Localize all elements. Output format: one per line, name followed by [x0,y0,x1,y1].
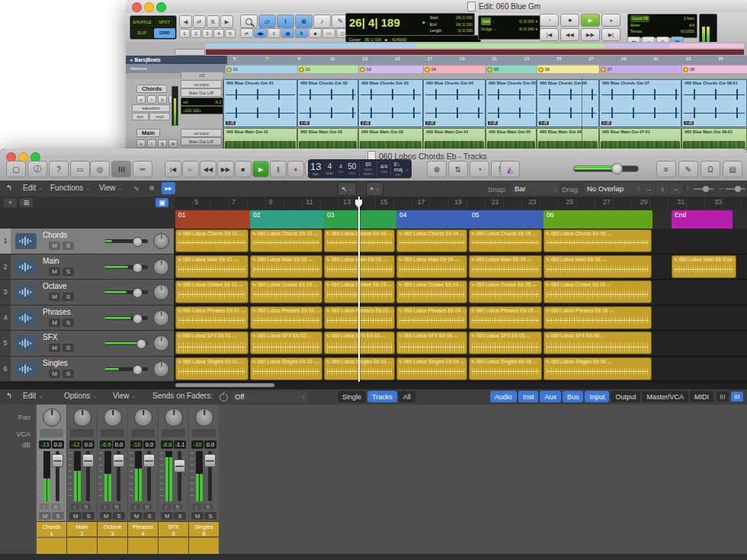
go-to-beginning-button[interactable]: |◀ [165,161,181,178]
region[interactable]: 060 Lobos Singles Eb 03 [324,357,395,380]
mixer-menu-options[interactable]: Options⌄ [64,392,97,400]
filter-inst[interactable]: Inst [518,391,539,402]
go-to-start-button[interactable]: |◀ [540,28,559,41]
mute-button[interactable]: M [100,512,112,520]
browsers-icon[interactable]: ▤ [723,161,742,178]
solo-button[interactable]: S [113,512,125,520]
region[interactable]: 060 Lobos Main Eb 01 [175,255,248,278]
grid-dropdown-icon[interactable]: ▾ [535,18,537,25]
record-enable-button[interactable]: R [143,504,152,510]
mute-button[interactable]: M [191,512,204,520]
region[interactable]: 060 Lobos Phrases Eb 05 [469,306,542,329]
region[interactable]: 060 Lobos Main Eb 06 [543,255,652,278]
mute-button[interactable]: M [69,512,82,520]
marker-03[interactable]: 03 [324,210,398,229]
volume-slider[interactable] [104,239,148,243]
scope-tracks[interactable]: Tracks [367,391,397,402]
fader-cap[interactable] [143,454,155,467]
drag-dropdown[interactable]: No Overlap↕ [584,183,643,194]
volume-slider[interactable] [104,316,148,320]
edit-mode-slip[interactable]: SLIP [131,28,153,39]
pan-knob[interactable] [153,335,169,351]
edit-mode-shuffle[interactable]: SHUFFLE [131,17,153,27]
mute-button[interactable]: M [49,370,60,378]
region[interactable]: 060 Lobos Chords Eb 04 [396,229,467,252]
narrow-view-icon[interactable]: ☰ [717,392,729,402]
pan-knob[interactable] [153,361,169,377]
input-monitor-button[interactable]: I [101,504,110,510]
region[interactable]: 060 Lobos Phrases Eb 02 [250,306,322,329]
zoom-button[interactable] [156,2,166,12]
editors-icon[interactable]: ✂ [133,161,152,178]
region[interactable]: 060 Lobos Phrases Eb 01 [175,306,248,329]
nudge-label[interactable]: Nudge [481,25,492,33]
fader-db-value[interactable]: 0.0 [52,440,64,449]
channel-name[interactable]: Chords1 [37,521,66,536]
audio-region[interactable]: 060 Blue Main Gm 03 [358,128,423,150]
volume-thumb[interactable] [133,314,143,324]
playhead[interactable] [358,197,360,382]
record-enable-button[interactable]: R [82,504,91,510]
go-to-end-button[interactable]: ▶| [601,28,620,41]
play-button[interactable]: ▶ [252,161,269,178]
mute-button[interactable]: M [39,512,51,520]
pan-knob[interactable] [165,408,183,427]
region[interactable]: 060 Lobos Octave Eb 01 [175,280,248,303]
back-arrow-icon[interactable]: ↰ [6,392,12,400]
record-enable-button[interactable]: R [112,504,121,510]
volume-slider[interactable] [104,341,148,345]
region[interactable]: 060 Lobos SFX Eb 04 [396,331,467,354]
marker-06[interactable]: 06 [543,210,652,229]
marker-05[interactable]: 05 [469,210,545,229]
power-icon[interactable] [220,393,228,402]
pan-knob[interactable] [153,284,169,300]
fader-db-value[interactable]: 0.0 [204,440,216,449]
volume-thumb[interactable] [133,263,143,273]
note-pads-icon[interactable]: ✎ [678,161,698,178]
catch-playhead-button[interactable]: ▸▸ [162,182,175,194]
fader-cap[interactable] [52,454,63,467]
audio-region[interactable]: 060 Blue Main Gm 06 [537,128,599,150]
edit-toggle-1[interactable]: ⇄ [240,28,253,38]
region[interactable]: 060 Lobos Singles Eb 05 [469,357,542,380]
region[interactable]: 060 Lobos Chords Eb 05 [469,229,542,252]
snap-dropdown[interactable]: Bar↕ [511,183,559,194]
forward-button[interactable]: ▶▶ [217,161,234,178]
trim-tool[interactable]: ▱ [258,14,276,28]
scope-all[interactable]: All [399,391,415,402]
zoom-preset-5[interactable]: 5 [225,29,236,38]
pan-knob[interactable] [153,259,169,275]
zoom-preset-3[interactable]: 3 [202,29,213,38]
region[interactable]: 060 Lobos Phrases Eb 06 [543,306,652,329]
region[interactable]: 060 Lobos Octave Eb 03 [324,280,395,303]
marker-01[interactable]: 01 [175,210,252,229]
solo-button[interactable]: S [174,512,186,520]
record-button[interactable]: ● [287,161,304,178]
channel-strip-sfx[interactable]: -8.6-1.1IRMSSFX5 [159,405,188,554]
audio-region[interactable]: 060 Blue Chords Gm 020 dB [297,79,358,127]
master-volume-slider[interactable] [573,163,637,173]
pan-knob[interactable] [134,408,152,427]
volume-slider[interactable] [104,290,148,294]
mute-button[interactable]: M [49,344,60,352]
marker-04[interactable]: 04 [396,210,470,229]
pointer-tool[interactable]: ↖⌄ [338,182,357,196]
mute-button[interactable]: M [130,512,143,520]
solo-button[interactable]: S [63,370,74,378]
channel-strip-phrases[interactable]: -100.0IRMSPhrases4 [128,405,158,554]
solo-button[interactable]: S [63,293,74,301]
record-enable-button[interactable]: R [51,504,60,510]
logic-remote-button[interactable]: ◭ [500,161,520,178]
edit-toggle-5[interactable]: ⇅ [295,28,308,38]
region[interactable]: 060 Lobos Octave Eb 04 [396,280,467,303]
menu-view[interactable]: View⌄ [99,184,122,192]
menu-edit[interactable]: Edit⌄ [23,184,43,192]
volume-slider[interactable] [104,367,148,371]
volume-thumb[interactable] [133,237,143,247]
region[interactable]: 060 Lobos SFX Eb 05 [469,331,542,354]
input-monitor-button[interactable]: I [40,504,49,510]
tuner-button[interactable]: ◔ [470,161,489,178]
autopunch-button[interactable]: ⇅ [448,161,468,178]
region[interactable]: 060 Lobos SFX Eb 01 [175,331,248,354]
vca-slot[interactable] [192,429,216,437]
